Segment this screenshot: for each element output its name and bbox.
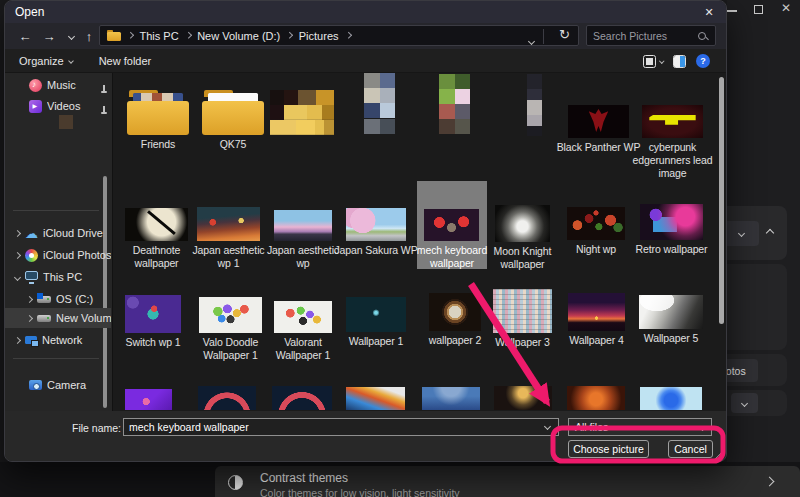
file-item-m4[interactable] (527, 74, 542, 136)
file-item-wallpaper-5[interactable]: Wallpaper 5 (639, 295, 703, 345)
file-item-night-wp[interactable]: Night wp (567, 207, 625, 256)
background-dropdown-button[interactable] (731, 393, 758, 413)
chevron-right-icon[interactable] (14, 251, 21, 258)
resize-grip[interactable] (712, 450, 721, 459)
back-button[interactable] (15, 26, 35, 46)
file-item-m2[interactable] (364, 73, 395, 134)
chevron-right-icon[interactable] (14, 229, 21, 236)
file-item-label: Wallpaper 1 (331, 335, 421, 348)
refresh-button[interactable] (559, 27, 570, 42)
sidebar-item-this-pc[interactable]: This PC (5, 267, 111, 287)
chevron-right-icon[interactable] (26, 295, 33, 302)
chevron-right-icon[interactable] (14, 336, 21, 343)
image-thumbnail (495, 205, 550, 242)
image-thumbnail (270, 90, 334, 135)
file-item-retro[interactable]: Retro wallpaper (640, 204, 703, 256)
sidebar-item-network[interactable]: Network (5, 330, 111, 350)
minimize-icon[interactable] (727, 10, 737, 12)
address-dropdown-button[interactable] (529, 34, 534, 46)
file-item-m3[interactable] (439, 74, 470, 134)
help-icon[interactable] (696, 54, 710, 68)
recent-locations-button[interactable] (61, 26, 81, 46)
file-list-scrollbar[interactable] (719, 77, 724, 324)
dialog-footer: File name: All files Choose picture Canc… (5, 411, 726, 462)
maximize-icon[interactable] (754, 5, 763, 14)
folder-icon (127, 89, 189, 135)
file-item-cyberpunk[interactable]: cyberpunk edgerunners lead image (642, 105, 703, 180)
breadcrumb-segment[interactable]: Pictures (299, 30, 339, 42)
file-item-mech-keyboard[interactable]: mech keyboard wallpaper (417, 181, 487, 269)
chevron-down-icon (741, 399, 748, 406)
chevron-down-icon[interactable] (14, 273, 21, 280)
file-item-moon-knight[interactable]: Moon Knight wallpaper (495, 205, 550, 271)
preview-pane-icon[interactable] (673, 55, 686, 68)
file-item-japan-sakura[interactable]: Japan Sakura WP (346, 208, 406, 257)
file-item-black-panther[interactable]: Black Panther WP (568, 105, 629, 154)
file-item-r4h[interactable] (640, 387, 702, 410)
file-grid: FriendsQK75Black Panther WPcyberpunk edg… (112, 73, 727, 411)
file-item-deathnote[interactable]: Deathnote wallpaper (125, 208, 188, 270)
image-thumbnail (198, 386, 256, 410)
file-item-r4g[interactable] (567, 386, 625, 410)
image-thumbnail (274, 301, 332, 333)
background-dropdown-button[interactable] (723, 221, 759, 246)
new-folder-button[interactable]: New folder (99, 55, 152, 67)
sidebar-item-label: Network (42, 334, 111, 346)
up-button[interactable] (79, 26, 99, 46)
file-item-r4b[interactable] (198, 386, 256, 410)
sidebar-item-camera[interactable]: Camera (5, 375, 111, 395)
file-item-wallpaper-3[interactable]: Wallpaper 3 (493, 289, 552, 349)
file-item-m1[interactable] (270, 90, 334, 135)
chevron-right-icon[interactable] (26, 314, 33, 321)
file-item-label: Valo Doodle Wallpaper 1 (197, 336, 265, 362)
chevron-down-icon (659, 59, 664, 64)
sidebar-item-label: iCloud Photos (43, 249, 111, 261)
sidebar-item-videos[interactable]: Videos (5, 96, 111, 116)
file-item-label: Friends (123, 138, 193, 151)
file-item-wallpaper-4[interactable]: Wallpaper 4 (568, 293, 625, 347)
sidebar-item-os-c[interactable]: OS (C:) (5, 289, 111, 309)
file-item-wallpaper-1[interactable]: Wallpaper 1 (346, 297, 406, 348)
file-item-switch-wp-1[interactable]: Switch wp 1 (125, 295, 181, 349)
forward-button[interactable] (39, 26, 59, 46)
chevron-down-icon (67, 32, 74, 39)
sidebar-item-icloud-photos[interactable]: iCloud Photos (5, 245, 111, 265)
file-item-japan-aesthetic[interactable]: Japan aesthetic wp (274, 210, 332, 270)
breadcrumb-segment[interactable]: This PC (140, 30, 179, 42)
file-item-japan-aesthetic-1[interactable]: Japan aesthetic wp 1 (197, 207, 260, 270)
file-item-r4c[interactable] (272, 386, 332, 410)
folder-front (202, 101, 264, 135)
dialog-close-button[interactable] (700, 3, 718, 21)
breadcrumb[interactable]: This PCNew Volume (D:)Pictures (99, 25, 579, 46)
sidebar-item-music[interactable]: Music (5, 75, 111, 95)
search-input[interactable] (587, 30, 698, 42)
file-item-friends[interactable]: Friends (127, 89, 189, 151)
cancel-button[interactable]: Cancel (668, 440, 713, 458)
chevron-right-icon (127, 32, 133, 38)
file-item-r4d[interactable] (346, 387, 405, 410)
contrast-themes-subtitle: Color themes for low vision, light sensi… (260, 487, 460, 497)
os-drive-icon (37, 296, 51, 303)
file-item-wallpaper-2[interactable]: wallpaper 2 (429, 293, 481, 347)
sidebar-item-new-volume-d[interactable]: New Volume (D:) (5, 308, 111, 328)
image-thumbnail (274, 210, 332, 241)
file-item-valorant-1[interactable]: Valorant Wallpaper 1 (274, 301, 332, 362)
organize-button[interactable]: Organize (19, 55, 73, 67)
close-icon[interactable] (781, 1, 791, 15)
file-type-select[interactable]: All files (568, 418, 712, 436)
image-thumbnail (364, 73, 395, 134)
chevron-down-icon (699, 423, 706, 430)
change-view-button[interactable] (643, 55, 664, 68)
file-item-r4e[interactable] (422, 387, 480, 410)
camera-icon (29, 380, 42, 390)
breadcrumb-segment[interactable]: New Volume (D:) (197, 30, 280, 42)
sidebar-item-icloud-drive[interactable]: iCloud Drive (5, 223, 111, 243)
file-item-r4f[interactable] (494, 386, 552, 410)
file-name-input[interactable] (123, 418, 559, 436)
file-item-valo-doodle[interactable]: Valo Doodle Wallpaper 1 (199, 297, 262, 362)
file-item-r4a[interactable] (125, 389, 172, 410)
icloud-drive-icon (25, 227, 38, 240)
file-item-qk75[interactable]: QK75 (202, 89, 264, 151)
sidebar-item-label: This PC (43, 271, 111, 283)
choose-picture-button[interactable]: Choose picture (568, 440, 649, 458)
